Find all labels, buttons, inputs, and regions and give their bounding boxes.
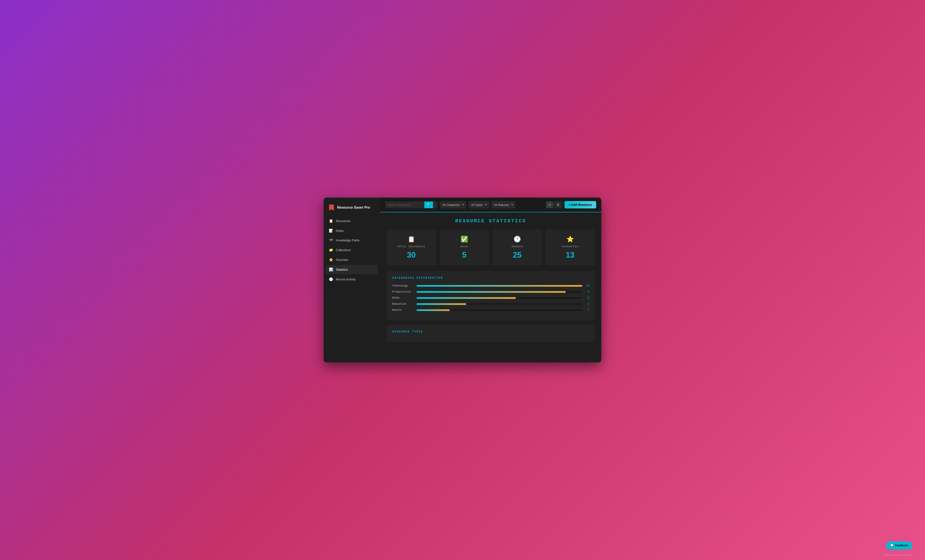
sidebar-item-notes[interactable]: 📝 Notes [326,226,378,235]
grid-view-button[interactable]: ⊞ [546,201,553,208]
list-view-button[interactable]: ☰ [554,201,562,208]
favorites-icon: ⭐ [566,236,574,243]
page-title: RESOURCE STATISTICS [387,218,595,224]
sidebar-item-label: Resources [336,219,350,223]
category-bar-fill [416,309,450,311]
category-name: Other [392,297,414,300]
favorites-value: 13 [566,250,574,260]
category-row-other: Other 6 [392,297,589,300]
search-container: 🔍 [385,202,437,208]
categories-filter[interactable]: All CategoriesTechnologyProductivityOthe… [440,201,466,208]
categories-bars: Technology 10 Productivity 9 Other 6 Edu… [392,285,589,312]
category-bar-container [416,309,582,311]
search-button[interactable]: 🔍 [424,202,433,208]
unread-icon: 🕐 [514,236,521,243]
category-name: Education [392,303,414,306]
category-count: 6 [585,297,589,300]
read-icon: ✅ [461,236,468,243]
knowledge-paths-icon: 🗺 [329,238,333,242]
total-icon: 📋 [408,236,415,243]
sidebar-item-collections[interactable]: 📁 Collections [326,245,378,254]
sidebar-item-label: Notes [336,229,344,232]
category-bar-container [416,303,582,305]
app-container: Resource Saver Pro 📋 Resources 📝 Notes 🗺… [324,197,601,363]
unread-value: 25 [513,250,521,260]
total-value: 30 [407,250,416,260]
favorites-label: FAVORITES [562,245,579,248]
app-name: Resource Saver Pro [337,206,370,209]
sidebar-item-resources[interactable]: 📋 Resources [326,216,378,226]
stat-card-total: 📋 TOTAL RESOURCES 30 [387,229,436,266]
category-name: Health [392,309,414,312]
read-label: READ [461,245,468,248]
category-name: Technology [392,285,414,288]
sidebar-item-label: Collections [336,248,351,252]
category-bar-fill [416,285,582,287]
search-input[interactable] [385,202,424,208]
sidebar-item-label: Recent Activity [336,278,356,281]
recent-activity-icon: 🕐 [329,277,333,281]
read-value: 5 [462,250,466,260]
category-row-technology: Technology 10 [392,285,589,288]
resource-types-title: RESOURCE TYPES [392,330,589,333]
sidebar-item-favorites[interactable]: ⭐ Favorites [326,255,378,264]
sidebar-item-label: Favorites [336,258,348,262]
category-count: 3 [585,303,589,306]
sidebar-nav: 📋 Resources 📝 Notes 🗺 Knowledge Paths 📁 … [324,216,380,284]
unread-label: UNREAD [512,245,523,248]
stats-grid: 📋 TOTAL RESOURCES 30 ✅ READ 5 🕐 UNREAD 2… [387,229,595,266]
sidebar-item-knowledge-paths[interactable]: 🗺 Knowledge Paths [326,236,378,245]
resources-icon: 📋 [329,219,333,223]
statuses-filter[interactable]: All StatusesReadUnread [491,201,515,208]
category-name: Productivity [392,291,414,294]
add-resource-button[interactable]: + Add Resource [565,201,596,208]
logo-icon [328,204,335,211]
collections-icon: 📁 [329,248,333,252]
sidebar: Resource Saver Pro 📋 Resources 📝 Notes 🗺… [324,197,380,363]
bookmark-icon [329,205,334,211]
category-bar-container [416,297,582,299]
notes-icon: 📝 [329,229,333,233]
category-bar-fill [416,303,466,305]
category-count: 9 [585,291,589,294]
category-row-education: Education 3 [392,303,589,306]
category-bar-fill [416,297,516,299]
category-row-productivity: Productivity 9 [392,291,589,294]
total-label: TOTAL RESOURCES [397,245,425,248]
main-content: 🔍 All CategoriesTechnologyProductivityOt… [380,197,601,363]
sidebar-item-statistics[interactable]: 📊 Statistics [326,265,378,274]
types-filter[interactable]: All TypesArticleVideoBookCourse [469,201,489,208]
stat-card-read: ✅ READ 5 [440,229,489,266]
stat-card-unread: 🕐 UNREAD 25 [493,229,542,266]
feedback-button[interactable]: 💬 Feedback [886,542,912,549]
view-toggle: ⊞ ☰ [546,201,562,208]
sidebar-item-label: Statistics [336,268,348,271]
category-bar-fill [416,291,566,293]
statistics-icon: 📊 [329,267,333,271]
category-row-health: Health 2 [392,309,589,312]
stat-card-favorites: ⭐ FAVORITES 13 [545,229,595,266]
categories-title: CATEGORIES DISTRIBUTION [392,277,589,280]
screenshot-credit: Screenshot by Xnapper.com [885,554,912,556]
categories-section: CATEGORIES DISTRIBUTION Technology 10 Pr… [387,271,595,320]
category-count: 10 [585,285,589,288]
feedback-icon: 💬 [890,544,893,547]
sidebar-item-label: Knowledge Paths [336,239,360,242]
category-count: 2 [585,309,589,312]
sidebar-item-recent-activity[interactable]: 🕐 Recent Activity [326,275,378,284]
sidebar-logo: Resource Saver Pro [324,202,380,216]
favorites-icon: ⭐ [329,257,333,262]
header: 🔍 All CategoriesTechnologyProductivityOt… [380,197,601,212]
content-area: RESOURCE STATISTICS 📋 TOTAL RESOURCES 30… [380,212,601,363]
category-bar-container [416,291,582,293]
resource-types-section: RESOURCE TYPES [387,325,595,342]
category-bar-container [416,285,582,287]
feedback-label: Feedback [895,544,908,547]
